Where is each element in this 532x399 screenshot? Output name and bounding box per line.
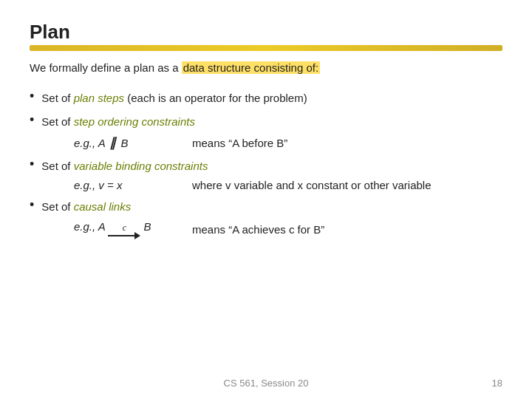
bullet3-highlight: variable binding constraints [74,160,208,172]
causal-arrow: c [108,222,140,239]
bullet-plan-steps-text: Set of plan steps (each is an operator f… [41,90,307,107]
bullet-plan-steps-row: • Set of plan steps (each is an operator… [30,90,502,107]
example4-meaning: means “A achieves c for B” [192,223,324,236]
slide: Plan We formally define a plan as a data… [0,0,532,399]
example2-formula: e.g., A ∥ B [74,135,170,151]
title-area: Plan [30,21,502,51]
title-underline [30,45,502,51]
bullet3-before: Set of [41,160,73,172]
example2-meaning: means “A before B” [192,137,287,149]
bullet4-before: Set of [41,200,73,213]
bullet-dot-2: • [30,112,34,128]
arrow-line [108,235,134,236]
bullet-dot-3: • [30,157,34,172]
parallel-symbol: ∥ [109,136,116,150]
bullet-causal-links-section: • Set of causal links e.g., A c B means … [30,199,502,239]
footer-page: 18 [492,378,502,389]
bullet-step-ordering-row: • Set of step ordering constraints [30,114,502,131]
bullet2-highlight: step ordering constraints [74,115,195,128]
bullet-step-ordering-text: Set of step ordering constraints [41,114,195,131]
example-step-ordering: e.g., A ∥ B means “A before B” [74,135,502,151]
intro-line: We formally define a plan as a data stru… [30,60,502,77]
intro-text-before: We formally define a plan as a [30,61,182,74]
example3-meaning: where v variable and x constant or other… [192,179,432,191]
bullet4-highlight: causal links [74,200,132,213]
bullet-dot-4: • [30,197,34,213]
slide-title: Plan [30,21,502,44]
bullet1-highlight: plan steps [74,92,124,104]
example-variable-binding: e.g., v = x where v variable and x const… [74,179,502,191]
bullet-plan-steps-section: • Set of plan steps (each is an operator… [30,90,502,107]
example4-formula: e.g., A c B [74,220,170,239]
bullet-causal-links-row: • Set of causal links [30,199,502,216]
example3-formula: e.g., v = x [74,179,170,191]
bullet-variable-binding-section: • Set of variable binding constraints e.… [30,158,502,192]
bullet2-before: Set of [41,115,73,128]
bullet-variable-binding-text: Set of variable binding constraints [41,158,208,175]
causal-arrow-line [108,232,140,239]
bullet-causal-links-text: Set of causal links [41,199,131,216]
intro-highlight: data structure consisting of: [182,61,320,74]
bullet-step-ordering-section: • Set of step ordering constraints e.g.,… [30,114,502,151]
footer: CS 561, Session 20 [0,378,532,389]
bullet-variable-binding-row: • Set of variable binding constraints [30,158,502,175]
bullet1-after: (each is an operator for the problem) [124,92,307,104]
footer-course: CS 561, Session 20 [224,378,309,389]
bullet1-before: Set of [41,92,73,104]
example-causal-links: e.g., A c B means “A achieves c for B” [74,220,502,239]
arrow-head [134,232,140,239]
bullet-dot-1: • [30,89,34,104]
